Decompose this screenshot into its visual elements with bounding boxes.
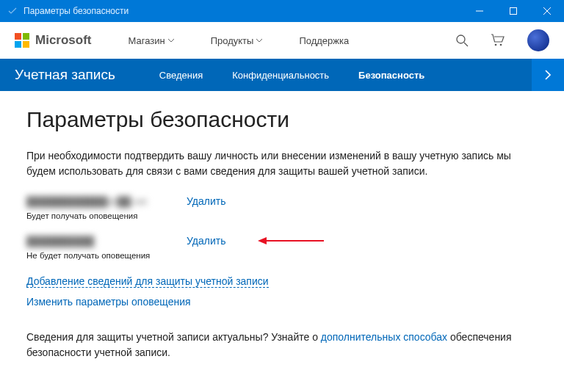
minimize-button[interactable] bbox=[463, 0, 496, 22]
additional-methods-link[interactable]: дополнительных способах bbox=[321, 331, 447, 343]
svg-point-5 bbox=[457, 35, 465, 43]
delete-link[interactable]: Удалить bbox=[187, 235, 225, 247]
chevron-right-icon bbox=[545, 70, 551, 80]
contact-email-masked: ████████████@██.net bbox=[26, 196, 166, 207]
window-title: Параметры безопасности bbox=[24, 6, 129, 16]
add-security-info-link[interactable]: Добавление сведений для защиты учетной з… bbox=[26, 275, 269, 288]
svg-marker-10 bbox=[258, 237, 267, 244]
chevron-down-icon bbox=[168, 39, 174, 43]
nav-support-label: Поддержка bbox=[299, 35, 349, 46]
links-block: Добавление сведений для защиты учетной з… bbox=[26, 275, 538, 315]
entry-note: Будет получать оповещения bbox=[26, 211, 538, 220]
nav-store-label: Магазин bbox=[129, 35, 165, 46]
maximize-button[interactable] bbox=[496, 0, 530, 22]
nav-products[interactable]: Продукты bbox=[211, 35, 263, 46]
entry-note: Не будет получать оповещения bbox=[26, 251, 538, 260]
tab-security[interactable]: Безопасность bbox=[358, 70, 424, 81]
contact-phone-masked: ██████████ bbox=[26, 236, 107, 247]
page-title: Параметры безопасности bbox=[26, 107, 538, 132]
arrow-annotation bbox=[258, 236, 324, 246]
svg-point-7 bbox=[495, 44, 497, 46]
svg-rect-2 bbox=[510, 8, 517, 15]
svg-point-8 bbox=[500, 44, 502, 46]
main-content: Параметры безопасности При необходимости… bbox=[0, 91, 564, 377]
change-notification-settings-link[interactable]: Изменить параметры оповещения bbox=[26, 296, 191, 308]
tab-privacy[interactable]: Конфиденциальность bbox=[232, 70, 329, 81]
microsoft-logo-icon bbox=[15, 33, 29, 48]
microsoft-logo-text: Microsoft bbox=[35, 33, 92, 48]
header: Microsoft Магазин Продукты Поддержка bbox=[0, 22, 564, 59]
close-button[interactable] bbox=[530, 0, 564, 22]
nav-store[interactable]: Магазин bbox=[129, 35, 174, 46]
security-info-entry: ████████████@██.net Удалить Будет получа… bbox=[26, 195, 538, 220]
chevron-down-icon bbox=[256, 39, 262, 43]
security-info-entry: ██████████ Удалить Не будет получать опо… bbox=[26, 235, 538, 260]
search-icon[interactable] bbox=[455, 34, 469, 47]
tab-info[interactable]: Сведения bbox=[159, 70, 203, 81]
window-controls bbox=[463, 0, 564, 22]
app-icon bbox=[7, 6, 18, 16]
account-subnav: Учетная запись Сведения Конфиденциальнос… bbox=[0, 59, 564, 91]
footer-text: Сведения для защиты учетной записи актуа… bbox=[26, 330, 538, 360]
nav-support[interactable]: Поддержка bbox=[299, 35, 349, 46]
header-icons bbox=[455, 29, 549, 51]
window-titlebar: Параметры безопасности bbox=[0, 0, 564, 22]
delete-link[interactable]: Удалить bbox=[187, 195, 225, 207]
cart-icon[interactable] bbox=[491, 34, 505, 47]
footer-text-pre: Сведения для защиты учетной записи актуа… bbox=[26, 331, 321, 343]
microsoft-logo[interactable]: Microsoft bbox=[15, 33, 92, 48]
top-nav: Магазин Продукты Поддержка bbox=[129, 35, 350, 46]
subnav-tabs: Сведения Конфиденциальность Безопасность bbox=[159, 70, 424, 81]
avatar[interactable] bbox=[527, 29, 549, 51]
subnav-next-button[interactable] bbox=[532, 59, 564, 91]
page-description: При необходимости подтвердить вашу лично… bbox=[26, 148, 538, 179]
subnav-brand[interactable]: Учетная запись bbox=[15, 67, 115, 83]
svg-line-6 bbox=[464, 43, 468, 46]
nav-products-label: Продукты bbox=[211, 35, 254, 46]
